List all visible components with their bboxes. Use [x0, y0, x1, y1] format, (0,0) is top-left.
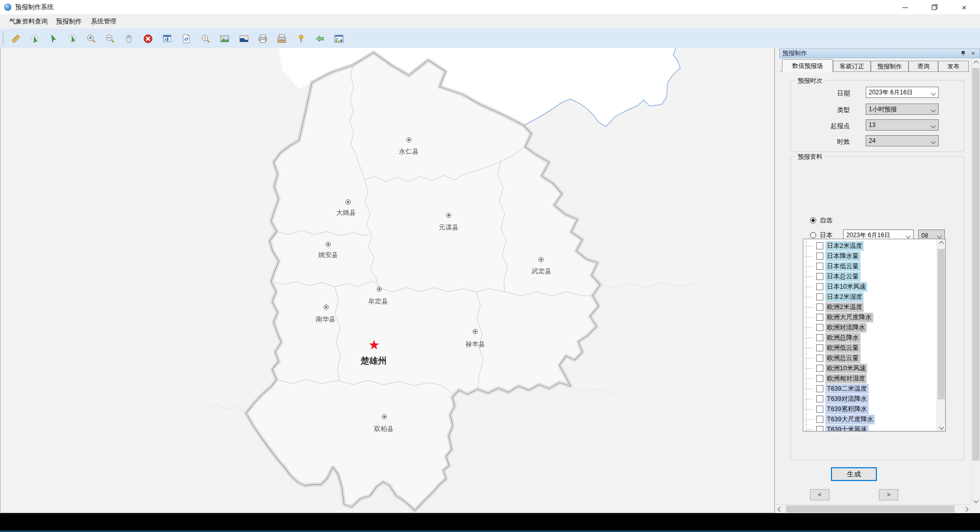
checkbox[interactable]	[816, 242, 823, 249]
list-item[interactable]: 欧洲对流降水	[803, 322, 867, 333]
refresh-doc-icon[interactable]	[180, 32, 193, 45]
print-icon[interactable]	[256, 32, 270, 45]
list-item[interactable]: 欧洲总降水	[803, 333, 861, 343]
checkbox[interactable]	[816, 283, 823, 290]
checkbox[interactable]	[816, 293, 823, 300]
pin-marker-icon[interactable]	[295, 32, 308, 45]
checkbox[interactable]	[816, 354, 823, 362]
page-setup-icon[interactable]	[275, 32, 288, 45]
county-seat-marker	[324, 305, 329, 310]
zoom-in-icon[interactable]	[85, 32, 98, 45]
list-item[interactable]: 欧洲10米风速	[803, 363, 867, 373]
panel-vscroll-thumb[interactable]	[972, 68, 979, 461]
bottom-black-strip	[0, 513, 980, 530]
list-item[interactable]: 欧洲低云量	[803, 343, 861, 353]
tab-publish[interactable]: 发布	[938, 61, 969, 72]
image-icon[interactable]	[218, 32, 231, 45]
checkbox[interactable]	[816, 324, 823, 331]
list-item[interactable]: T639累积降水	[803, 404, 869, 414]
checkbox[interactable]	[816, 273, 823, 280]
chevron-down-icon	[937, 234, 942, 239]
checkbox[interactable]	[816, 314, 823, 321]
close-button[interactable]: ×	[952, 0, 976, 14]
save-image-icon[interactable]	[237, 32, 251, 45]
panel-scroll-left[interactable]	[776, 505, 784, 513]
checkbox[interactable]	[816, 395, 823, 402]
list-item[interactable]: 欧洲相对湿度	[803, 373, 867, 384]
date-select[interactable]: 2023年 6月16日	[866, 87, 939, 98]
list-item[interactable]: 日本降水量	[803, 251, 861, 261]
generate-button[interactable]: 生成	[831, 467, 877, 481]
checkbox[interactable]	[816, 334, 823, 341]
type-select[interactable]: 1小时预报	[866, 104, 939, 115]
chevron-down-icon	[939, 424, 944, 429]
chevron-up-icon	[939, 241, 944, 246]
zoom-out-icon[interactable]	[104, 32, 117, 45]
panel-close-icon[interactable]: ×	[969, 49, 977, 57]
checkbox[interactable]	[816, 344, 823, 351]
checkbox[interactable]	[816, 365, 823, 372]
title-bar: 预报制作系统 ×	[0, 0, 980, 15]
list-scroll-thumb[interactable]	[938, 249, 945, 399]
list-item[interactable]: 欧洲大尺度降水	[803, 312, 873, 322]
checkbox[interactable]	[816, 263, 823, 270]
toolbar-grip[interactable]	[3, 32, 4, 45]
minimize-button[interactable]	[893, 0, 917, 14]
checkbox[interactable]	[816, 426, 823, 432]
list-item[interactable]: 日本10米风速	[803, 282, 867, 292]
start-hour-select[interactable]: 13	[866, 119, 939, 131]
list-item[interactable]: T639二米温度	[803, 384, 869, 394]
map-base-layers	[1, 48, 774, 513]
list-scroll-up[interactable]	[937, 239, 945, 247]
county-label: 大姚县	[336, 208, 356, 217]
tab-objective-correction[interactable]: 客观订正	[833, 61, 871, 72]
pan-hand-icon[interactable]	[122, 32, 136, 45]
list-item[interactable]: T639大尺度降水	[803, 414, 875, 424]
chevron-up-icon	[973, 60, 978, 65]
list-item[interactable]: 日本2米湿度	[803, 292, 864, 302]
menu-system-management[interactable]: 系统管理	[86, 14, 121, 29]
list-scroll-down[interactable]	[937, 423, 945, 431]
list-item[interactable]: T639对流降水	[803, 394, 869, 404]
ruler-icon[interactable]	[9, 32, 22, 45]
identify-icon[interactable]: ?	[199, 32, 212, 45]
list-item[interactable]: 日本低云量	[803, 261, 861, 271]
back-arrow-icon[interactable]	[313, 32, 327, 45]
panel-hscroll-thumb[interactable]	[786, 505, 954, 513]
checkbox[interactable]	[816, 252, 823, 260]
map-canvas[interactable]: 永仁县 大姚县 元谋县 姚安县 武定县 牟定县 南华县 禄丰县 双柏县 ★ 楚雄…	[0, 48, 774, 513]
panel-scroll-down[interactable]	[972, 496, 980, 504]
menu-forecast-making[interactable]: 预报制作	[51, 14, 87, 29]
panel-scroll-right[interactable]	[962, 505, 970, 513]
pin-icon[interactable]	[959, 49, 967, 57]
restore-button[interactable]	[923, 0, 946, 14]
checkbox[interactable]	[816, 303, 823, 311]
list-item[interactable]: 日本总云量	[803, 271, 861, 282]
checkbox[interactable]	[816, 385, 823, 392]
prev-page-button[interactable]: <	[810, 489, 829, 500]
next-page-button[interactable]: >	[879, 489, 898, 500]
tab-query[interactable]: 查询	[909, 61, 938, 72]
tab-forecast-making[interactable]: 预报制作	[871, 61, 909, 72]
tab-numeric-forecast-field[interactable]: 数值预报场	[782, 59, 833, 72]
radio-japan[interactable]	[810, 232, 816, 238]
checkbox[interactable]	[816, 416, 823, 423]
stop-icon[interactable]	[141, 32, 155, 45]
checkbox[interactable]	[816, 406, 823, 413]
rotate-select-icon[interactable]	[66, 32, 79, 45]
checkbox[interactable]	[816, 375, 823, 382]
panel-scroll-up[interactable]	[972, 59, 980, 67]
duration-select[interactable]: 24	[866, 135, 939, 146]
chevron-down-icon	[931, 108, 936, 113]
full-extent-icon[interactable]	[161, 32, 174, 45]
select-circle-icon[interactable]	[28, 32, 41, 45]
list-item[interactable]: 欧洲2米温度	[803, 302, 864, 312]
pointer-arrow-icon[interactable]	[47, 32, 60, 45]
menu-weather-data-query[interactable]: 气象资料查询	[4, 14, 53, 29]
layout-map-icon[interactable]	[332, 32, 346, 45]
list-item[interactable]: T639十米风速	[803, 424, 869, 432]
panel-title: 预报制作	[782, 49, 807, 58]
list-item[interactable]: 欧洲总云量	[803, 353, 861, 363]
list-item[interactable]: 日本2米温度	[803, 241, 864, 251]
radio-custom[interactable]	[810, 217, 816, 223]
